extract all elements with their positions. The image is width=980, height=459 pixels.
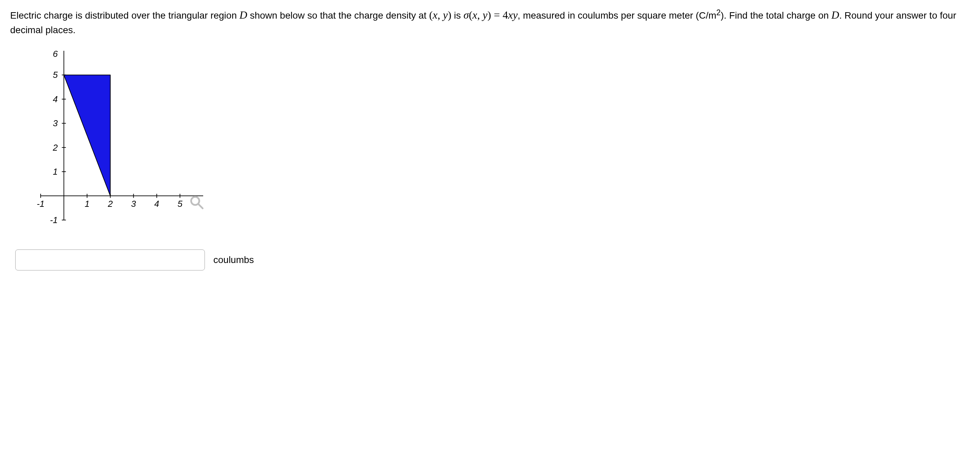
svg-text:5: 5: [177, 199, 183, 209]
answer-input[interactable]: [15, 249, 205, 270]
svg-text:5: 5: [53, 70, 58, 80]
answer-row: coulumbs: [15, 249, 970, 270]
density-formula: σ(x, y) = 4xy: [464, 9, 518, 21]
svg-marker-2: [64, 75, 110, 196]
svg-text:4: 4: [53, 94, 57, 104]
svg-text:6: 6: [53, 49, 58, 59]
text-part2: shown below so that the charge density a…: [247, 10, 429, 21]
svg-line-30: [198, 204, 202, 208]
region-symbol-2: D: [831, 9, 839, 21]
svg-text:-1: -1: [37, 199, 45, 209]
region-symbol: D: [239, 9, 247, 21]
text-part3: is: [452, 10, 464, 21]
svg-text:2: 2: [107, 199, 113, 209]
svg-text:3: 3: [131, 199, 136, 209]
unit-label: coulumbs: [213, 254, 254, 265]
svg-text:2: 2: [52, 143, 58, 152]
text-part1: Electric charge is distributed over the …: [10, 10, 239, 21]
point-xy: (x, y): [429, 9, 452, 21]
triangle-chart: -112345-1123456: [20, 48, 210, 237]
superscript-2: 2: [716, 8, 721, 17]
svg-text:1: 1: [53, 167, 57, 177]
svg-text:4: 4: [154, 199, 159, 209]
text-part5: ). Find the total charge on: [721, 10, 831, 21]
svg-text:1: 1: [85, 199, 89, 209]
chart-container: -112345-1123456: [20, 48, 970, 239]
problem-statement: Electric charge is distributed over the …: [10, 7, 970, 37]
text-part4: , measured in coulumbs per square meter …: [518, 10, 716, 21]
svg-text:-1: -1: [50, 215, 57, 225]
svg-text:3: 3: [53, 119, 58, 129]
